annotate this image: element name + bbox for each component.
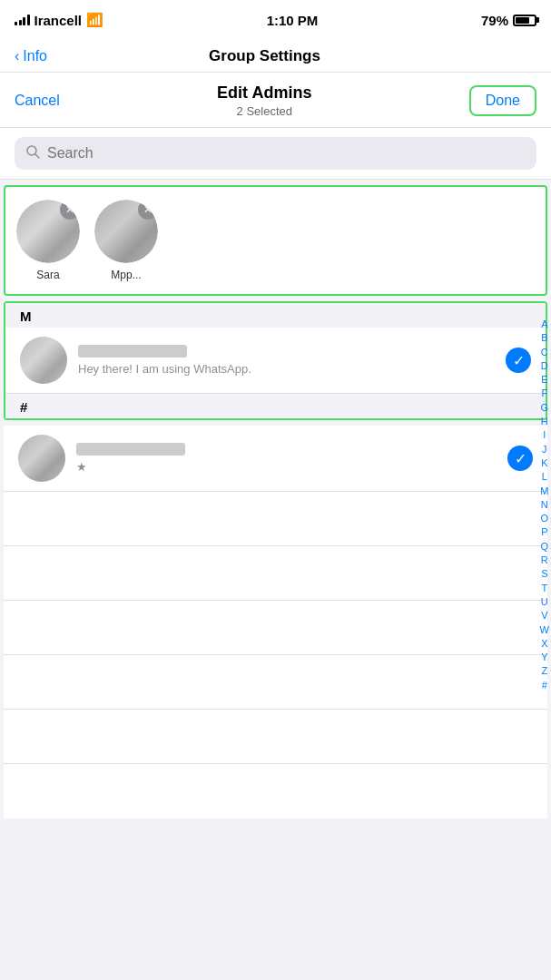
alpha-D[interactable]: D <box>541 359 548 372</box>
bg-header: ‹ Info Group Settings <box>0 40 551 73</box>
alpha-Y[interactable]: Y <box>541 651 547 663</box>
status-carrier: Irancell 📶 <box>15 12 103 28</box>
selected-avatar-1: ✕ <box>16 200 80 263</box>
contact-row-hash1[interactable]: ★ ✓ <box>4 426 547 492</box>
contact-name-m1 <box>78 345 187 358</box>
status-battery: 79% <box>481 13 536 28</box>
alpha-K[interactable]: K <box>541 456 547 469</box>
bg-title: Group Settings <box>209 47 320 65</box>
signal-bars-icon <box>15 15 30 25</box>
contact-row-m1[interactable]: Hey there! I am using WhatsApp. ✓ <box>5 328 546 394</box>
alpha-N[interactable]: N <box>541 498 548 511</box>
contact-info-m1: Hey there! I am using WhatsApp. <box>78 345 495 376</box>
section-header-m: M <box>5 303 546 328</box>
search-input[interactable] <box>47 145 526 162</box>
alpha-M[interactable]: M <box>540 485 548 497</box>
alpha-J[interactable]: J <box>542 443 547 456</box>
battery-icon <box>513 15 536 26</box>
wifi-icon: 📶 <box>86 12 103 28</box>
carrier-label: Irancell <box>34 13 83 28</box>
modal-title: Edit Admins <box>60 83 469 103</box>
contact-list-section-m: M Hey there! I am using WhatsApp. ✓ # <box>4 301 547 420</box>
contact-avatar-m1 <box>20 337 67 384</box>
remove-contact-2-button[interactable]: ✕ <box>138 200 158 220</box>
contact-row-empty-5 <box>4 710 547 764</box>
contact-info-hash1: ★ <box>76 443 497 474</box>
contact-row-empty-4 <box>4 655 547 710</box>
status-time: 1:10 PM <box>267 13 319 28</box>
alpha-P[interactable]: P <box>541 525 547 538</box>
selected-contact-1: ✕ Sara <box>16 200 80 281</box>
contact-row-empty-3 <box>4 601 547 655</box>
selected-name-2: Mpp... <box>111 269 141 281</box>
alpha-U[interactable]: U <box>541 595 548 608</box>
svg-line-1 <box>35 154 39 158</box>
alpha-H[interactable]: H <box>541 415 548 427</box>
contact-row-empty-6 <box>4 764 547 818</box>
contact-list-section-hash: ★ ✓ <box>4 426 547 818</box>
chevron-left-icon: ‹ <box>15 48 19 64</box>
contact-status-m1: Hey there! I am using WhatsApp. <box>78 362 495 376</box>
selected-avatar-2: ✕ <box>94 200 158 263</box>
alphabet-index: A B C D E F G H I J K L M N O P Q R S T … <box>540 318 549 691</box>
alpha-Z[interactable]: Z <box>541 664 547 677</box>
back-button[interactable]: ‹ Info <box>15 48 47 64</box>
alpha-B[interactable]: B <box>541 331 547 344</box>
contact-avatar-hash1 <box>18 435 65 482</box>
remove-contact-1-button[interactable]: ✕ <box>60 200 80 220</box>
selected-contacts-strip: ✕ Sara ✕ Mpp... <box>4 185 547 296</box>
search-bar <box>0 128 551 180</box>
contact-row-empty-1 <box>4 492 547 546</box>
contact-status-hash1: ★ <box>76 460 497 474</box>
alpha-R[interactable]: R <box>541 554 548 566</box>
contact-row-empty-2 <box>4 546 547 601</box>
search-input-wrap <box>15 137 536 170</box>
check-icon-m1: ✓ <box>506 348 531 373</box>
battery-percent: 79% <box>481 13 508 28</box>
done-button[interactable]: Done <box>469 85 536 116</box>
section-header-hash: # <box>5 394 546 418</box>
alpha-A[interactable]: A <box>541 318 547 330</box>
alpha-Q[interactable]: Q <box>541 540 549 553</box>
alpha-C[interactable]: C <box>541 346 548 358</box>
search-icon <box>25 144 40 162</box>
alpha-L[interactable]: L <box>542 470 547 483</box>
selected-contact-2: ✕ Mpp... <box>94 200 158 281</box>
alpha-X[interactable]: X <box>541 637 547 650</box>
selected-count: 2 Selected <box>60 104 469 118</box>
alpha-I[interactable]: I <box>543 428 546 441</box>
alpha-F[interactable]: F <box>541 387 547 399</box>
cancel-button[interactable]: Cancel <box>15 89 60 113</box>
back-label: Info <box>23 48 47 64</box>
alpha-G[interactable]: G <box>541 401 549 414</box>
check-icon-hash1: ✓ <box>507 446 533 471</box>
status-bar: Irancell 📶 1:10 PM 79% <box>0 0 551 40</box>
alpha-V[interactable]: V <box>541 609 547 622</box>
alpha-S[interactable]: S <box>541 567 547 580</box>
alpha-W[interactable]: W <box>540 623 549 636</box>
alpha-T[interactable]: T <box>541 582 547 594</box>
modal-title-block: Edit Admins 2 Selected <box>60 83 469 118</box>
selected-name-1: Sara <box>36 269 59 281</box>
alpha-E[interactable]: E <box>541 373 547 386</box>
modal-header: Cancel Edit Admins 2 Selected Done <box>0 73 551 128</box>
alpha-O[interactable]: O <box>541 512 549 524</box>
contact-name-hash1 <box>76 443 185 456</box>
alpha-hash[interactable]: # <box>542 679 547 691</box>
